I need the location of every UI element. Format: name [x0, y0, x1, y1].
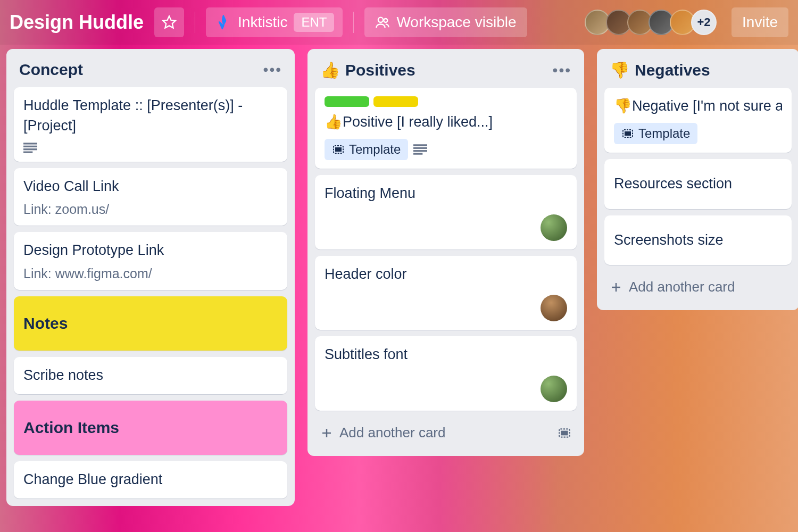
add-card-button[interactable]: Add another card [604, 271, 792, 303]
board-header: Design Huddle Inktistic ENT Workspace vi… [0, 0, 798, 45]
list-concept: Concept ••• Huddle Template :: [Presente… [6, 49, 295, 506]
card-title: Action Items [23, 417, 278, 439]
people-icon [375, 15, 390, 30]
list-footer: Add another card [315, 417, 577, 448]
visibility-label: Workspace visible [396, 14, 516, 31]
svg-rect-12 [413, 153, 422, 154]
board-title[interactable]: Design Huddle [10, 11, 144, 34]
list-negatives: 👎 Negatives 👎Negative [I'm not sure abou… [597, 49, 798, 310]
svg-point-2 [384, 19, 388, 22]
card-title: Notes [23, 312, 278, 335]
card[interactable]: Resources section [604, 159, 792, 209]
template-badge: Template [614, 123, 697, 144]
star-icon [162, 15, 177, 30]
svg-rect-8 [336, 148, 341, 151]
list-positives: 👍 Positives ••• 👍Positive [I really like… [307, 49, 584, 456]
card[interactable]: Header color [315, 256, 577, 330]
member-avatars[interactable]: +2 [589, 10, 717, 35]
card[interactable]: Notes [14, 296, 287, 351]
card-title: Huddle Template :: [Presenter(s)] - [Pro… [23, 96, 278, 136]
card-labels [325, 96, 567, 107]
svg-rect-6 [23, 151, 32, 153]
svg-marker-0 [163, 16, 175, 28]
card[interactable]: Floating Menu [315, 175, 577, 250]
svg-point-1 [378, 18, 383, 22]
svg-rect-18 [625, 132, 630, 135]
card[interactable]: 👎Negative [I'm not sure about…] Template [604, 88, 792, 153]
card-title: Screenshots size [614, 230, 782, 251]
card-title: Floating Menu [325, 184, 567, 204]
card-link-text: Link: www.figma.com/ [23, 266, 278, 281]
svg-rect-5 [23, 148, 37, 150]
star-button[interactable] [154, 7, 184, 37]
card-title: Header color [325, 264, 567, 285]
svg-rect-11 [413, 150, 427, 152]
template-icon [332, 143, 345, 156]
card-title: Video Call Link [23, 177, 278, 197]
avatar-more[interactable]: +2 [691, 10, 717, 35]
member-avatar[interactable] [541, 295, 567, 321]
card[interactable]: Scribe notes [14, 357, 287, 394]
card[interactable]: Design Prototype Link Link: www.figma.co… [14, 232, 287, 290]
member-avatar[interactable] [541, 376, 567, 402]
add-card-label: Add another card [629, 279, 735, 295]
card[interactable]: Subtitles font [315, 336, 577, 411]
card-link-text: Link: zoom.us/ [23, 202, 278, 217]
card-title: Design Prototype Link [23, 240, 278, 261]
card-badges: Template [325, 139, 567, 160]
card-badges: Template [614, 123, 782, 144]
card-title: Subtitles font [325, 345, 567, 365]
card-members [325, 214, 567, 241]
card[interactable]: 👍Positive [I really liked...] Template [315, 88, 577, 169]
card-members [325, 376, 567, 402]
card[interactable]: Huddle Template :: [Presenter(s)] - [Pro… [14, 87, 287, 162]
board-canvas: Concept ••• Huddle Template :: [Presente… [0, 45, 798, 510]
card-title: Change Blue gradient [23, 470, 278, 490]
label-yellow[interactable] [373, 96, 418, 107]
card-title: 👍Positive [I really liked...] [325, 112, 567, 132]
list-title[interactable]: 👍 Positives [320, 61, 415, 79]
template-badge: Template [325, 139, 408, 160]
card-title: 👎Negative [I'm not sure about…] [614, 96, 782, 117]
list-menu-button[interactable]: ••• [263, 61, 282, 78]
card[interactable]: Change Blue gradient [14, 461, 287, 498]
plus-icon [320, 427, 333, 439]
list-emoji: 👍 [320, 61, 340, 79]
list-title-text: Negatives [635, 61, 710, 79]
svg-rect-9 [413, 144, 427, 146]
workspace-chip[interactable]: Inktistic ENT [206, 7, 343, 37]
invite-button[interactable]: Invite [732, 7, 788, 37]
add-card-button[interactable]: Add another card [315, 417, 451, 448]
description-icon [413, 144, 427, 155]
card[interactable]: Action Items [14, 401, 287, 455]
template-icon [621, 127, 634, 140]
list-title[interactable]: Concept [19, 61, 83, 79]
plus-icon [610, 281, 622, 294]
add-card-label: Add another card [339, 425, 445, 441]
divider [353, 12, 354, 33]
list-title-text: Positives [345, 61, 415, 79]
list-header: Concept ••• [14, 56, 287, 87]
description-icon [23, 143, 278, 153]
list-menu-button[interactable]: ••• [553, 62, 571, 79]
list-emoji: 👎 [610, 61, 629, 79]
card-title: Resources section [614, 174, 782, 194]
visibility-button[interactable]: Workspace visible [364, 7, 527, 37]
workspace-badge: ENT [294, 13, 334, 32]
card[interactable]: Video Call Link Link: zoom.us/ [14, 168, 287, 226]
svg-rect-10 [413, 147, 427, 148]
list-header: 👍 Positives ••• [315, 56, 577, 88]
label-green[interactable] [325, 96, 369, 107]
list-title[interactable]: 👎 Negatives [610, 61, 710, 79]
atlassian-icon [214, 14, 231, 31]
template-label: Template [349, 142, 401, 157]
divider [195, 12, 195, 33]
member-avatar[interactable] [541, 214, 567, 241]
template-icon [558, 426, 571, 440]
create-from-template-button[interactable] [552, 421, 577, 445]
svg-rect-4 [23, 145, 37, 147]
list-header: 👎 Negatives [604, 56, 792, 88]
svg-rect-16 [562, 431, 568, 435]
card[interactable]: Screenshots size [604, 215, 792, 265]
template-label: Template [638, 126, 690, 141]
